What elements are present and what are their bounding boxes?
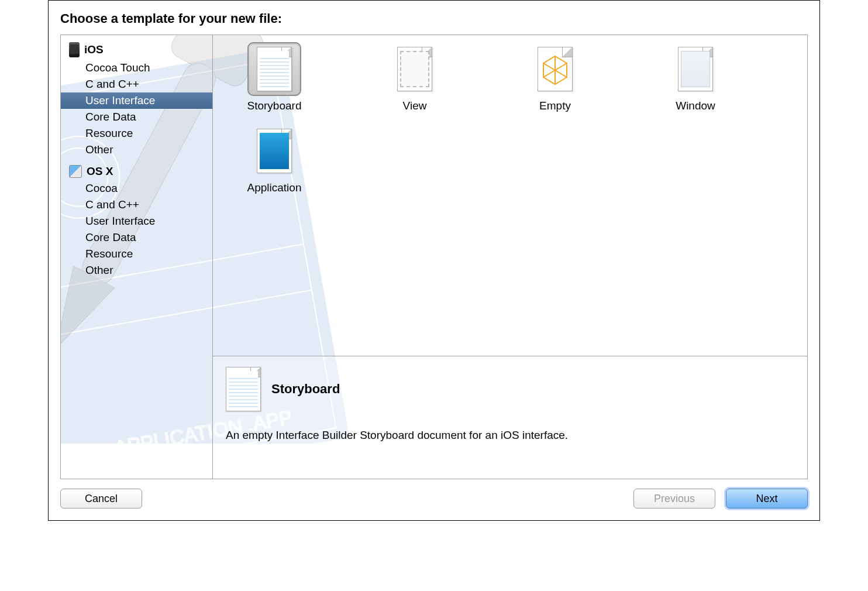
template-label: Empty bbox=[539, 99, 571, 112]
template-application[interactable]: Application bbox=[225, 124, 324, 194]
sidebar-item-c-cpp-osx[interactable]: C and C++ bbox=[61, 197, 212, 213]
detail-title: Storyboard bbox=[271, 382, 340, 397]
finder-icon bbox=[69, 165, 82, 178]
storyboard-icon bbox=[226, 367, 261, 411]
sidebar-item-c-cpp-ios[interactable]: C and C++ bbox=[61, 76, 212, 92]
sidebar-item-core-data-osx[interactable]: Core Data bbox=[61, 229, 212, 246]
sidebar-section-title: OS X bbox=[87, 165, 113, 178]
detail-panel: Storyboard An empty Interface Builder St… bbox=[213, 356, 807, 479]
sidebar-item-cocoa-touch[interactable]: Cocoa Touch bbox=[61, 60, 212, 76]
sidebar-item-user-interface-ios[interactable]: User Interface bbox=[61, 92, 212, 109]
view-icon bbox=[397, 47, 432, 91]
ios-device-icon bbox=[69, 42, 80, 57]
cancel-button[interactable]: Cancel bbox=[60, 489, 142, 508]
template-window[interactable]: Window bbox=[646, 42, 745, 112]
template-label: Window bbox=[676, 99, 715, 112]
main-panel: Storyboard View Empty bbox=[213, 35, 807, 479]
template-label: Application bbox=[247, 181, 302, 194]
sidebar-item-cocoa[interactable]: Cocoa bbox=[61, 180, 212, 197]
sidebar-section-osx: OS X bbox=[61, 163, 212, 180]
footer: Cancel Previous Next bbox=[49, 479, 819, 520]
sidebar: iOS Cocoa Touch C and C++ User Interface… bbox=[61, 35, 213, 479]
sidebar-item-resource-osx[interactable]: Resource bbox=[61, 246, 212, 262]
sidebar-item-other-osx[interactable]: Other bbox=[61, 262, 212, 279]
template-view[interactable]: View bbox=[365, 42, 464, 112]
empty-icon bbox=[538, 47, 573, 91]
sidebar-section-title: iOS bbox=[84, 43, 104, 56]
next-button[interactable]: Next bbox=[726, 489, 808, 508]
previous-button[interactable]: Previous bbox=[633, 489, 715, 508]
window-icon bbox=[678, 47, 713, 91]
sidebar-section-ios: iOS bbox=[61, 40, 212, 60]
application-icon bbox=[257, 129, 292, 173]
sidebar-item-resource-ios[interactable]: Resource bbox=[61, 125, 212, 142]
sidebar-item-core-data-ios[interactable]: Core Data bbox=[61, 109, 212, 125]
page-title: Choose a template for your new file: bbox=[49, 1, 819, 35]
detail-description: An empty Interface Builder Storyboard do… bbox=[226, 429, 794, 442]
sidebar-item-user-interface-osx[interactable]: User Interface bbox=[61, 213, 212, 229]
template-storyboard[interactable]: Storyboard bbox=[225, 42, 324, 112]
template-label: View bbox=[403, 99, 427, 112]
template-empty[interactable]: Empty bbox=[505, 42, 605, 112]
template-label: Storyboard bbox=[247, 99, 302, 112]
content-area: APPLICATION .APP iOS Cocoa Touch C and C… bbox=[60, 35, 808, 479]
sidebar-item-other-ios[interactable]: Other bbox=[61, 142, 212, 158]
storyboard-icon bbox=[257, 47, 292, 91]
templates-grid: Storyboard View Empty bbox=[213, 35, 807, 356]
